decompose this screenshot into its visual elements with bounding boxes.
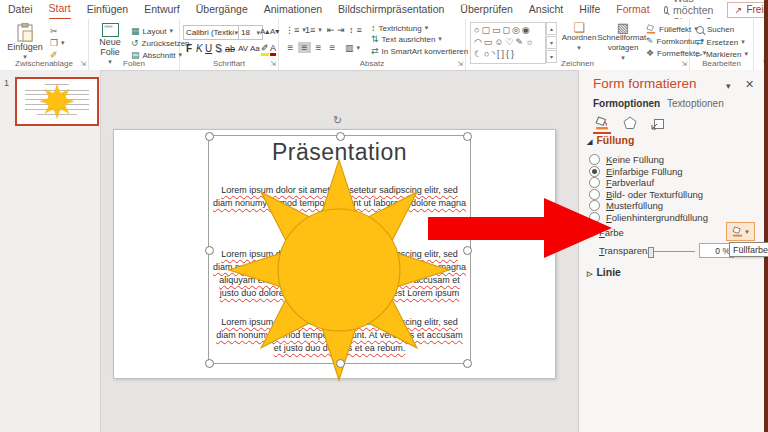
share-icon: ↗	[735, 3, 743, 17]
increase-indent-button[interactable]: ⇥	[337, 25, 345, 35]
select-button[interactable]: ▻Markieren▾	[696, 49, 748, 59]
tab-shape-options[interactable]: Formoptionen	[593, 98, 660, 109]
align-left-button[interactable]: ≡	[284, 42, 297, 53]
pentagon-icon	[623, 116, 637, 130]
handle-mid-left[interactable]	[205, 246, 214, 255]
copy-button[interactable]: ❐▾	[50, 38, 65, 48]
quick-styles-button[interactable]: ▧ Schnellformat-vorlagen ▾	[600, 23, 646, 63]
bullets-button[interactable]: ⋮≡▾	[285, 25, 306, 35]
line-section-header[interactable]: ▷Linie	[587, 266, 621, 278]
shrink-font-button[interactable]: A▾	[270, 27, 279, 36]
radio-solid-fill[interactable]: Einfarbige Füllung	[589, 166, 683, 177]
radio-no-fill[interactable]: Keine Füllung	[589, 154, 664, 165]
ribbon-tab-bar: Datei Start Einfügen Entwurf Übergänge A…	[0, 0, 768, 19]
arrange-button[interactable]: ❏ Anordnen ▾	[558, 23, 600, 53]
character-spacing-button[interactable]: AV	[238, 44, 248, 53]
font-color-button[interactable]: A	[270, 43, 276, 56]
slide-thumbnail-1[interactable]	[15, 77, 99, 126]
grow-font-button[interactable]: A▴	[260, 27, 269, 36]
transparency-slider-handle[interactable]	[648, 247, 654, 258]
tab-uebergaenge[interactable]: Übergänge	[196, 0, 248, 19]
tab-ueberpruefen[interactable]: Überprüfen	[460, 0, 513, 19]
highlight-color-button[interactable]: ✐	[261, 43, 269, 56]
paint-bucket-icon	[595, 116, 609, 130]
group-editing: Suchen ⇄Ersetzen▾ ▻Markieren▾ Bearbeiten	[690, 19, 754, 70]
justify-button[interactable]: ≡	[326, 42, 339, 53]
align-text-button[interactable]: ⇅Text ausrichten▾	[371, 34, 442, 44]
group-label-editing: Bearbeiten	[690, 59, 753, 68]
fill-line-icon[interactable]	[593, 114, 611, 134]
replace-button[interactable]: ⇄Ersetzen▾	[696, 37, 745, 47]
size-properties-icon[interactable]	[649, 114, 667, 132]
rotation-handle[interactable]: ↻	[333, 114, 342, 127]
effects-pentagon-icon[interactable]	[621, 114, 639, 132]
font-name-select[interactable]: Calibri (Textkörper)▾	[183, 25, 241, 40]
tab-start[interactable]: Start	[49, 0, 71, 20]
tab-ansicht[interactable]: Ansicht	[529, 0, 563, 19]
group-label-font: Schriftart	[180, 59, 278, 68]
underline-button[interactable]: U	[205, 43, 212, 54]
cut-button[interactable]: ✂	[50, 26, 58, 36]
handle-top-center[interactable]	[336, 132, 345, 141]
layout-icon: ▦	[131, 26, 140, 36]
paste-button[interactable]: Einfügen ▾	[6, 23, 44, 62]
fill-section-header[interactable]: ◢Füllung	[587, 134, 634, 146]
tab-einfuegen[interactable]: Einfügen	[87, 0, 128, 19]
decrease-indent-button[interactable]: ⇤	[327, 25, 335, 35]
slide-thumbnail-panel: 1	[0, 70, 101, 432]
italic-button[interactable]: K	[196, 43, 203, 54]
align-center-button[interactable]: ≡	[298, 42, 311, 53]
radio-gradient-fill[interactable]: Farbverlauf	[589, 177, 654, 188]
pane-options-caret-icon[interactable]: ▾	[726, 81, 731, 91]
text-direction-button[interactable]: ↕Textrichtung▾	[371, 23, 428, 33]
shapes-gallery[interactable]: ○▢▭◻◎◉ ◠▭☺♡✎☼ ☾○◝[]{}	[470, 22, 546, 64]
group-clipboard: Einfügen ▾ ✂ ❐▾ ✐ Zwischenablage ⇲	[0, 19, 89, 70]
columns-button[interactable]: ▥▾	[345, 43, 360, 53]
tab-hilfe[interactable]: Hilfe	[579, 0, 600, 19]
sun-shape[interactable]	[224, 153, 454, 383]
replace-icon: ⇄	[696, 37, 704, 47]
font-dialog-launcher-icon[interactable]: ⇲	[270, 60, 276, 68]
share-button[interactable]: ↗ Freigeben	[727, 2, 768, 18]
clipboard-icon	[17, 23, 33, 42]
handle-bottom-right[interactable]	[463, 359, 472, 368]
tab-format[interactable]: Format	[616, 0, 649, 19]
group-drawing: ○▢▭◻◎◉ ◠▭☺♡✎☼ ☾○◝[]{} ▴ ▾ ▾ ❏ Anordnen ▾…	[466, 19, 690, 70]
tab-entwurf[interactable]: Entwurf	[144, 0, 180, 19]
clipboard-dialog-launcher-icon[interactable]: ⇲	[80, 60, 86, 68]
tab-datei[interactable]: Datei	[8, 0, 33, 19]
smartart-icon: ⇄	[371, 46, 379, 56]
align-right-button[interactable]: ≡	[312, 42, 325, 53]
shapes-gallery-scroll: ▴ ▾ ▾	[546, 22, 557, 63]
handle-bottom-left[interactable]	[205, 359, 214, 368]
group-font: Calibri (Textkörper)▾ 18▾ A▴ A▾ F K U S …	[180, 19, 279, 70]
find-button[interactable]: Suchen	[696, 25, 734, 34]
arrange-icon: ❏	[573, 23, 585, 33]
layout-button[interactable]: ▦Layout▾	[131, 26, 173, 36]
red-annotation-arrow	[428, 196, 618, 260]
strikethrough-button[interactable]: ab	[225, 44, 235, 54]
handle-top-left[interactable]	[205, 132, 214, 141]
size-icon	[651, 116, 665, 130]
transparency-slider-track[interactable]	[649, 251, 695, 252]
text-shadow-button[interactable]: S	[215, 43, 222, 54]
fill-color-button[interactable]: ▾	[726, 222, 755, 241]
group-paragraph: ⋮≡▾ 1≡▾ ⇤ ⇥ ↕≡ ↕Textrichtung▾ ⇅Text ausr…	[279, 19, 466, 70]
change-case-button[interactable]: Aa	[250, 44, 260, 53]
pane-close-icon[interactable]: ✕	[745, 78, 754, 91]
quick-styles-icon: ▧	[617, 23, 629, 33]
tab-animationen[interactable]: Animationen	[264, 0, 322, 19]
effects-icon: ❖	[646, 48, 654, 58]
bold-button[interactable]: F	[186, 43, 192, 54]
line-spacing-button[interactable]: ↕≡	[349, 25, 362, 35]
gallery-up-icon[interactable]: ▴	[546, 22, 557, 35]
handle-bottom-center[interactable]	[336, 359, 345, 368]
handle-top-right[interactable]	[463, 132, 472, 141]
convert-smartart-button[interactable]: ⇄In SmartArt konvertieren▾	[371, 46, 475, 56]
paragraph-dialog-launcher-icon[interactable]: ⇲	[457, 60, 463, 68]
tab-text-options[interactable]: Textoptionen	[667, 98, 724, 109]
tab-bildschirmpraesentation[interactable]: Bildschirmpräsentation	[338, 0, 444, 19]
drawing-dialog-launcher-icon[interactable]: ⇲	[681, 60, 687, 68]
numbering-button[interactable]: 1≡▾	[305, 25, 322, 35]
gallery-down-icon[interactable]: ▾	[546, 36, 557, 49]
